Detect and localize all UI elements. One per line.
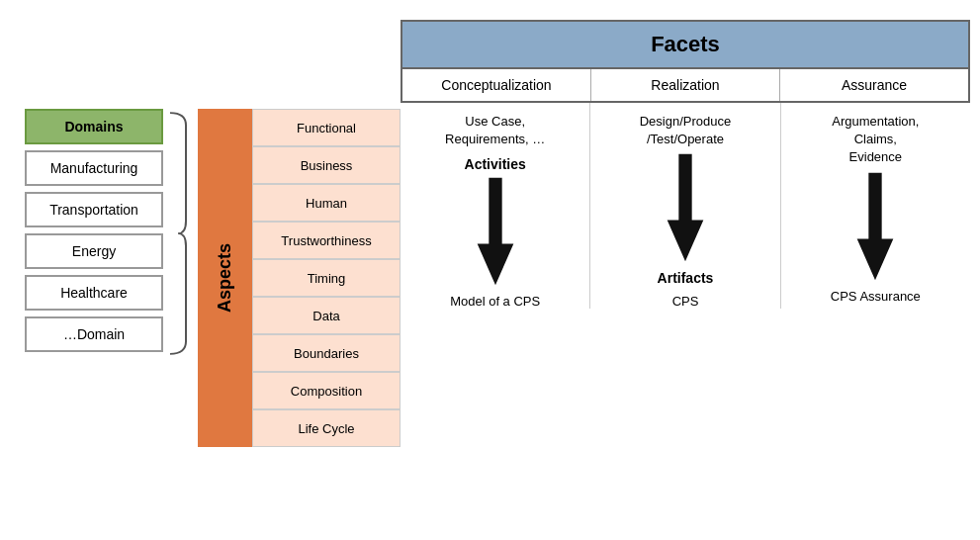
brace xyxy=(168,109,188,358)
domain-box-0: Domains xyxy=(25,109,163,144)
down-arrow-0 xyxy=(471,177,520,286)
facets-sub-headers: ConceptualizationRealizationAssurance xyxy=(401,69,970,103)
svg-marker-1 xyxy=(668,154,704,261)
domain-box-2: Transportation xyxy=(25,192,163,227)
down-arrow-2 xyxy=(850,172,900,281)
main-container: DomainsManufacturingTransportationEnergy… xyxy=(0,0,980,540)
svg-marker-2 xyxy=(857,172,894,279)
facet-col-0: Use Case, Requirements, …ActivitiesModel… xyxy=(401,103,589,309)
aspect-row-0: Functional xyxy=(252,109,401,146)
domains-section: DomainsManufacturingTransportationEnergy… xyxy=(10,109,178,358)
aspect-row-3: Trustworthiness xyxy=(252,222,401,259)
artifacts-label: Artifacts xyxy=(658,270,714,286)
aspect-row-6: Boundaries xyxy=(252,334,401,372)
facet-content-text-0: Use Case, Requirements, … xyxy=(445,113,545,148)
facets-body: Use Case, Requirements, …ActivitiesModel… xyxy=(401,103,970,309)
aspect-row-2: Human xyxy=(252,184,401,222)
facet-header-2: Assurance xyxy=(780,69,968,101)
aspects-label: Aspects xyxy=(198,109,252,447)
facet-bottom-label-2: CPS Assurance xyxy=(831,289,921,304)
activities-label: Activities xyxy=(465,156,526,172)
facet-header-1: Realization xyxy=(591,69,780,101)
aspect-row-1: Business xyxy=(252,146,401,184)
aspect-row-5: Data xyxy=(252,297,401,334)
facet-bottom-label-1: CPS xyxy=(672,294,699,309)
aspect-row-8: Life Cycle xyxy=(252,409,401,447)
facet-col-1: Design/Produce /Test/OperateArtifactsCPS xyxy=(589,103,779,309)
aspect-row-4: Timing xyxy=(252,259,401,297)
svg-marker-0 xyxy=(477,178,513,285)
aspect-rows: FunctionalBusinessHumanTrustworthinessTi… xyxy=(252,109,401,447)
facet-col-2: Argumentation, Claims, EvidenceCPS Assur… xyxy=(780,103,970,309)
facets-section: Facets ConceptualizationRealizationAssur… xyxy=(401,20,970,309)
domain-box-1: Manufacturing xyxy=(25,150,163,186)
facet-content-text-1: Design/Produce /Test/Operate xyxy=(640,113,732,148)
aspect-row-7: Composition xyxy=(252,372,401,409)
facet-header-0: Conceptualization xyxy=(402,69,591,101)
domain-box-3: Energy xyxy=(25,233,163,269)
down-arrow-1 xyxy=(661,153,710,262)
facet-bottom-label-0: Model of a CPS xyxy=(450,294,540,309)
aspects-section: Aspects FunctionalBusinessHumanTrustwort… xyxy=(198,109,401,447)
facet-content-text-2: Argumentation, Claims, Evidence xyxy=(832,113,919,167)
domain-box-4: Healthcare xyxy=(25,275,163,311)
domain-box-5: …Domain xyxy=(25,316,163,352)
facets-title: Facets xyxy=(401,20,970,69)
